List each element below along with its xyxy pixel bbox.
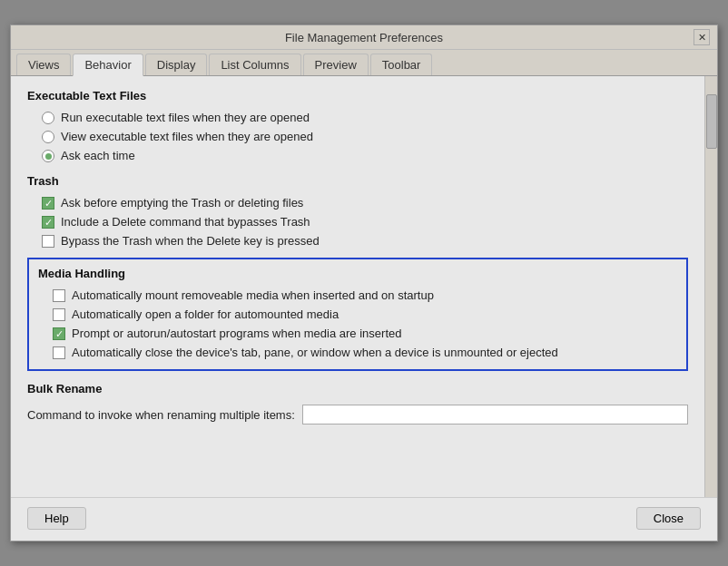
- option-auto-mount: Automatically mount removeable media whe…: [38, 286, 677, 305]
- radio-run-executable[interactable]: [42, 112, 54, 124]
- option-run-executable: Run executable text files when they are …: [27, 108, 688, 127]
- ask-before-empty-label: Ask before emptying the Trash or deletin…: [61, 196, 303, 210]
- auto-close-device-label: Automatically close the device's tab, pa…: [72, 346, 558, 359]
- option-ask-before-empty: ✓ Ask before emptying the Trash or delet…: [27, 193, 688, 212]
- tab-views[interactable]: Views: [16, 54, 71, 75]
- checkbox-auto-mount[interactable]: [53, 289, 65, 302]
- radio-ask-each-time[interactable]: [42, 150, 54, 162]
- window-title: File Management Preferences: [34, 31, 694, 44]
- bulk-command-input[interactable]: [302, 405, 688, 424]
- checkbox-include-delete[interactable]: ✓: [42, 216, 54, 229]
- close-window-button[interactable]: ✕: [694, 29, 710, 45]
- tab-behavior[interactable]: Behavior: [73, 54, 143, 76]
- media-handling-section: Media Handling Automatically mount remov…: [27, 258, 688, 371]
- media-section-title: Media Handling: [38, 267, 677, 280]
- scrollbar-thumb[interactable]: [706, 94, 717, 149]
- bulk-command-label: Command to invoke when renaming multiple…: [27, 408, 295, 422]
- close-button[interactable]: Close: [636, 507, 701, 530]
- tab-toolbar[interactable]: Toolbar: [370, 54, 433, 75]
- view-executable-label: View executable text files when they are…: [61, 130, 313, 143]
- option-include-delete: ✓ Include a Delete command that bypasses…: [27, 212, 688, 231]
- checkbox-auto-open-folder[interactable]: [53, 308, 65, 321]
- tab-display[interactable]: Display: [145, 54, 208, 75]
- scrollbar[interactable]: [704, 76, 717, 497]
- checkbox-auto-close-device[interactable]: [53, 346, 65, 359]
- tab-list-columns[interactable]: List Columns: [209, 54, 300, 75]
- option-auto-open-folder: Automatically open a folder for automoun…: [38, 305, 677, 324]
- main-window: File Management Preferences ✕ Views Beha…: [10, 24, 718, 542]
- bulk-rename-title: Bulk Rename: [27, 382, 688, 395]
- option-prompt-autorun: ✓ Prompt or autorun/autostart programs w…: [38, 324, 677, 343]
- executable-section-title: Executable Text Files: [27, 89, 688, 102]
- trash-section-title: Trash: [27, 174, 688, 188]
- tab-preview[interactable]: Preview: [303, 54, 369, 75]
- run-executable-label: Run executable text files when they are …: [61, 111, 310, 124]
- bypass-trash-label: Bypass the Trash when the Delete key is …: [61, 234, 320, 248]
- radio-view-executable[interactable]: [42, 131, 54, 143]
- checkbox-prompt-autorun[interactable]: ✓: [53, 327, 65, 340]
- prompt-autorun-label: Prompt or autorun/autostart programs whe…: [72, 327, 401, 340]
- ask-each-time-label: Ask each time: [61, 149, 135, 162]
- help-button[interactable]: Help: [27, 507, 86, 530]
- bulk-rename-section: Bulk Rename Command to invoke when renam…: [27, 382, 688, 428]
- tab-content: Executable Text Files Run executable tex…: [11, 76, 704, 497]
- auto-open-folder-label: Automatically open a folder for automoun…: [72, 307, 339, 321]
- option-view-executable: View executable text files when they are…: [27, 127, 688, 146]
- bulk-command-row: Command to invoke when renaming multiple…: [27, 401, 688, 428]
- include-delete-label: Include a Delete command that bypasses T…: [61, 215, 310, 229]
- option-bypass-trash: Bypass the Trash when the Delete key is …: [27, 231, 688, 250]
- option-auto-close-device: Automatically close the device's tab, pa…: [38, 343, 677, 362]
- option-ask-each-time: Ask each time: [27, 146, 688, 165]
- auto-mount-label: Automatically mount removeable media whe…: [72, 288, 434, 302]
- checkbox-bypass-trash[interactable]: [42, 235, 54, 248]
- checkbox-ask-before-empty[interactable]: ✓: [42, 197, 54, 210]
- tab-bar: Views Behavior Display List Columns Prev…: [11, 50, 717, 76]
- footer: Help Close: [11, 497, 717, 541]
- title-bar: File Management Preferences ✕: [11, 25, 717, 50]
